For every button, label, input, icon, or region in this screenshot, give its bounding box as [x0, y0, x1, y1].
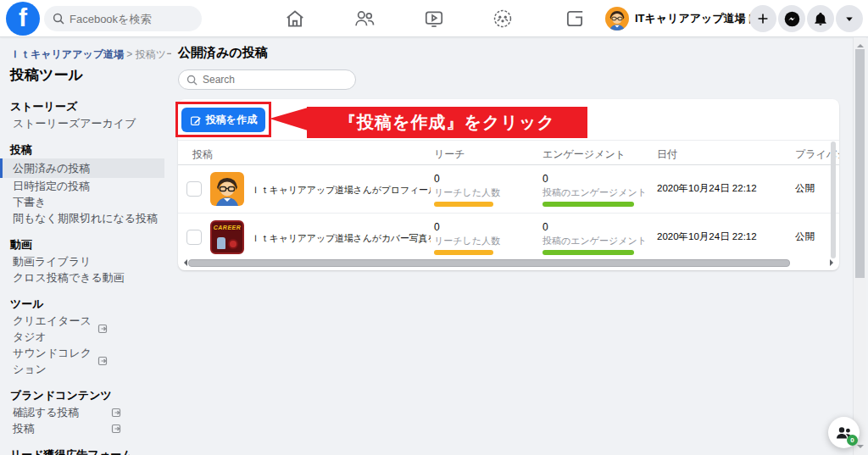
sidebar-item-posts-to-review[interactable]: 確認する投稿: [10, 404, 171, 420]
section-branded-content: ブランドコンテンツ: [10, 387, 171, 404]
post-title[interactable]: Ｉｔキャリアアップ道場さんがプロフィール...: [251, 184, 431, 197]
chevron-down-icon: [842, 11, 857, 26]
table-header: 投稿 リーチ エンゲージメント 日付 プライバシー: [178, 140, 839, 165]
post-thumbnail[interactable]: [210, 172, 244, 206]
sidebar-item-stories-archive[interactable]: ストーリーズアーカイブ: [10, 115, 171, 131]
section-tools: ツール: [10, 296, 171, 313]
section-videos: 動画: [10, 236, 171, 253]
sidebar-item-video-library[interactable]: 動画ライブラリ: [10, 253, 171, 269]
posts-search[interactable]: [178, 69, 356, 90]
account-menu-button[interactable]: [836, 5, 863, 32]
scroll-right-arrow-icon[interactable]: [830, 259, 837, 266]
posts-to-review-label: 確認する投稿: [13, 404, 108, 420]
section-stories: ストーリーズ: [10, 98, 171, 115]
engagement-progress-bar: [542, 250, 634, 255]
annotation-text: 『投稿を作成』をクリック: [339, 111, 555, 134]
sidebar-item-crosspost-videos[interactable]: クロス投稿できる動画: [10, 269, 171, 286]
sidebar: Ｉｔキャリアアップ道場 > 投稿ツール 投稿ツール ストーリーズ ストーリーズア…: [0, 37, 171, 455]
content-heading: 公開済みの投稿: [178, 45, 268, 61]
page-scrollbar-thumb[interactable]: [855, 49, 865, 278]
horizontal-scrollbar[interactable]: [180, 258, 837, 269]
messenger-button[interactable]: [778, 5, 805, 32]
create-post-button[interactable]: 投稿を作成: [181, 108, 265, 132]
profile-avatar: [605, 7, 629, 31]
sidebar-item-branded-posts[interactable]: 投稿: [10, 420, 171, 436]
breadcrumb-current: 投稿ツール: [136, 48, 171, 60]
contacts-toggle-button[interactable]: 0: [828, 417, 860, 448]
breadcrumb: Ｉｔキャリアアップ道場 > 投稿ツール: [10, 47, 171, 62]
section-posts: 投稿: [10, 141, 171, 158]
table-vertical-scrollbar[interactable]: [831, 141, 836, 258]
col-post: 投稿: [192, 147, 213, 162]
home-icon[interactable]: [284, 8, 306, 30]
engagement-value: 0: [542, 173, 548, 185]
facebook-logo[interactable]: f: [6, 2, 40, 36]
sidebar-item-drafts[interactable]: 下書き: [10, 194, 171, 210]
post-date: 2020年10月24日 22:12: [657, 182, 757, 195]
external-link-icon: [111, 424, 121, 434]
col-reach: リーチ: [434, 147, 465, 162]
horizontal-scrollbar-thumb[interactable]: [188, 259, 790, 267]
engagement-label: 投稿のエンゲージメント: [542, 186, 647, 199]
thumbnail-text: CAREER: [212, 222, 242, 230]
global-search-input[interactable]: [70, 13, 188, 25]
engagement-value: 0: [542, 221, 548, 233]
global-search[interactable]: [44, 6, 202, 31]
reach-value: 0: [434, 173, 440, 185]
sidebar-item-expiring-posts[interactable]: 間もなく期限切れになる投稿: [10, 210, 171, 226]
profile-menu[interactable]: ITキャリアアップ道場 師範: [605, 0, 771, 37]
scroll-down-arrow-icon[interactable]: [857, 445, 864, 452]
thumbnail-figure: [217, 237, 225, 249]
search-icon: [53, 13, 64, 25]
compose-icon: [190, 114, 202, 126]
post-thumbnail[interactable]: CAREER: [210, 220, 244, 254]
groups-icon[interactable]: [492, 8, 514, 30]
top-navigation-bar: f ITキャリアアップ道場 師範: [0, 0, 868, 37]
messenger-icon: [783, 10, 801, 28]
scroll-up-arrow-icon[interactable]: [857, 41, 864, 47]
branded-posts-label: 投稿: [13, 420, 108, 436]
external-link-icon: [111, 408, 121, 418]
create-menu-button[interactable]: [749, 5, 776, 32]
contacts-badge: 0: [847, 435, 858, 446]
search-icon: [186, 75, 198, 86]
watch-icon[interactable]: [423, 8, 445, 30]
sidebar-item-sound-collection[interactable]: サウンドコレクション: [10, 345, 171, 377]
sidebar-item-scheduled-posts[interactable]: 日時指定の投稿: [10, 178, 171, 194]
notifications-button[interactable]: [807, 5, 834, 32]
bell-icon: [812, 10, 829, 27]
posts-search-input[interactable]: [203, 74, 338, 86]
post-privacy: 公開: [795, 182, 815, 195]
breadcrumb-separator: >: [126, 48, 132, 60]
post-title[interactable]: Ｉｔキャリアアップ道場さんがカバー写真を...: [251, 232, 431, 245]
col-date: 日付: [657, 147, 677, 162]
reach-label: リーチした人数: [434, 186, 500, 199]
engagement-label: 投稿のエンゲージメント: [542, 235, 647, 247]
sidebar-item-published-posts[interactable]: 公開済みの投稿: [0, 158, 164, 178]
page-scrollbar[interactable]: [853, 37, 866, 455]
scroll-left-arrow-icon[interactable]: [181, 259, 187, 266]
table-row[interactable]: CAREER Ｉｔキャリアアップ道場さんがカバー写真を... 0 リーチした人数…: [178, 213, 839, 260]
col-engagement: エンゲージメント: [542, 147, 626, 162]
row-checkbox[interactable]: [186, 230, 202, 245]
annotation-banner: 『投稿を作成』をクリック: [307, 107, 587, 138]
create-post-label: 投稿を作成: [206, 113, 257, 127]
external-link-icon: [97, 356, 108, 366]
thumbnail-ball: [228, 239, 238, 249]
sound-collection-label: サウンドコレクション: [13, 345, 94, 377]
post-date: 2020年10月24日 22:12: [657, 230, 757, 243]
reach-progress-bar: [434, 250, 493, 255]
post-privacy: 公開: [795, 230, 815, 243]
table-row[interactable]: Ｉｔキャリアアップ道場さんがプロフィール... 0 リーチした人数 0 投稿のエ…: [178, 165, 839, 213]
plus-icon: [754, 10, 771, 27]
reach-label: リーチした人数: [434, 235, 500, 247]
gaming-icon[interactable]: [564, 8, 586, 30]
row-checkbox[interactable]: [186, 181, 202, 197]
sidebar-item-creator-studio[interactable]: クリエイタースタジオ: [10, 313, 171, 345]
breadcrumb-page-link[interactable]: Ｉｔキャリアアップ道場: [10, 48, 124, 60]
engagement-progress-bar: [542, 202, 634, 207]
section-lead-ads-forms: リード獲得広告フォーム: [10, 447, 171, 455]
external-link-icon: [97, 324, 108, 334]
reach-value: 0: [434, 221, 440, 233]
friends-icon[interactable]: [353, 8, 376, 30]
